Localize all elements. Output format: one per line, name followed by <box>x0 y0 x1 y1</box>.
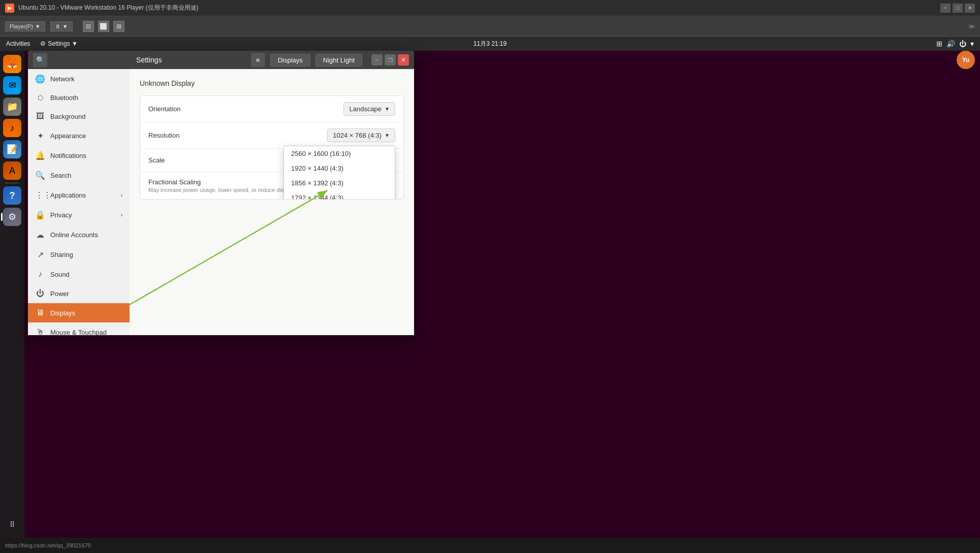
player-dropdown-arrow: ▼ <box>35 23 41 29</box>
sidebar-item-displays[interactable]: 🖥 Displays <box>28 303 130 322</box>
resolution-dropdown-arrow: ▼ <box>385 133 390 138</box>
display-section-orientation: Orientation Landscape ▼ Resolution <box>140 95 404 200</box>
resolution-row: Resolution 1024 × 768 (4:3) ▼ 2560 × 160… <box>140 122 403 149</box>
settings-main: Unknown Display Orientation Landscape ▼ <box>130 69 414 335</box>
win-close-btn[interactable]: ✕ <box>398 54 409 66</box>
vmware-toolbar-right: ≫ <box>968 23 975 30</box>
dock-apps-grid[interactable]: ⠿ <box>3 515 21 534</box>
mouse-icon: 🖱 <box>35 328 45 335</box>
vmware-title: Ubuntu 20.10 - VMware Workstation 16 Pla… <box>18 4 199 12</box>
sidebar-item-privacy[interactable]: 🔒 Privacy › <box>28 205 130 225</box>
volume-sys-icon[interactable]: 🔊 <box>946 40 955 48</box>
sidebar-item-appearance[interactable]: ✦ Appearance <box>28 126 130 146</box>
player-menu-btn[interactable]: Player(P) ▼ <box>5 21 45 31</box>
dock-files[interactable]: 📁 <box>3 97 21 116</box>
statusbar-url: https://blog.csdn.net/qq_39021670 <box>5 542 91 548</box>
vmware-titlebar: ▶ Ubuntu 20.10 - VMware Workstation 16 P… <box>0 0 980 16</box>
vmware-minimize-btn[interactable]: ─ <box>940 4 951 13</box>
pause-btn[interactable]: ⏸ ▼ <box>50 21 73 31</box>
tab-nightlight[interactable]: Night Light <box>315 54 362 67</box>
avatar-circle: Yu <box>957 51 975 69</box>
power-icon: ⏻ <box>35 289 45 298</box>
online-accounts-icon: ☁ <box>35 230 45 240</box>
orientation-value: Landscape ▼ <box>343 102 395 116</box>
settings-search-btn[interactable]: 🔍 <box>33 53 47 67</box>
settings-body: 🌐 Network ⬡ Bluetooth 🖼 Background ✦ App… <box>28 69 414 335</box>
vmware-close-btn[interactable]: ✕ <box>965 4 975 13</box>
sidebar-label-sound: Sound <box>50 271 70 278</box>
settings-titlebar: 🔍 Settings ≡ Displays Night Light ─ ❐ ✕ <box>28 51 414 69</box>
sidebar-label-appearance: Appearance <box>50 132 86 140</box>
vm-icon-3[interactable]: ⊞ <box>113 21 124 32</box>
ubuntu-content: 🦊 ✉ 📁 ♪ 📝 A ? ⚙ ⠿ 🔍 Settings ≡ Displays … <box>0 51 980 538</box>
sidebar-item-background[interactable]: 🖼 Background <box>28 107 130 126</box>
settings-menu-btn[interactable]: ≡ <box>251 53 265 67</box>
dock-appstore[interactable]: A <box>3 161 21 180</box>
orientation-dropdown[interactable]: Landscape ▼ <box>343 102 395 116</box>
dock-rhythmbox[interactable]: ♪ <box>3 119 21 137</box>
dock-firefox[interactable]: 🦊 <box>3 55 21 73</box>
sidebar-label-sharing: Sharing <box>50 251 73 258</box>
win-maximize-btn[interactable]: ❐ <box>385 54 396 66</box>
ubuntu-activities[interactable]: Activities <box>6 40 30 47</box>
sidebar-item-sharing[interactable]: ↗ Sharing <box>28 245 130 265</box>
displays-icon: 🖥 <box>35 308 45 317</box>
vmware-toolbar-icons: ⊟ ⬜ ⊞ <box>83 21 124 32</box>
sidebar-item-search[interactable]: 🔍 Search <box>28 166 130 185</box>
sidebar-label-displays: Displays <box>50 309 75 317</box>
sys-menu-arrow[interactable]: ▾ <box>970 40 974 48</box>
resolution-dropdown-menu[interactable]: 2560 × 1600 (16:10) 1920 × 1440 (4:3) 18… <box>283 146 395 200</box>
vmware-maximize-btn[interactable]: □ <box>953 4 963 13</box>
vmware-logo: ▶ <box>5 4 14 13</box>
pause-arrow: ▼ <box>62 23 68 29</box>
settings-gear-icon: ⚙ <box>40 40 46 47</box>
sidebar-item-bluetooth[interactable]: ⬡ Bluetooth <box>28 89 130 107</box>
sound-icon: ♪ <box>35 270 45 279</box>
dock-writer[interactable]: 📝 <box>3 140 21 158</box>
resolution-option-3[interactable]: 1792 × 1344 (4:3) <box>284 190 395 200</box>
ubuntu-topbar: Activities ⚙ Settings ▼ 11月3 21:19 ⊞ 🔊 ⏻… <box>0 37 980 51</box>
resolution-dropdown-btn[interactable]: 1024 × 768 (4:3) ▼ <box>327 128 395 142</box>
sidebar-item-notifications[interactable]: 🔔 Notifications <box>28 146 130 166</box>
sidebar-item-sound[interactable]: ♪ Sound <box>28 265 130 284</box>
tab-displays[interactable]: Displays <box>270 54 310 67</box>
vmware-toolbar: Player(P) ▼ ⏸ ▼ ⊟ ⬜ ⊞ ≫ <box>0 16 980 37</box>
settings-title: Settings <box>52 56 246 64</box>
dock-thunderbird[interactable]: ✉ <box>3 76 21 94</box>
sidebar-label-power: Power <box>50 290 69 298</box>
sidebar-item-applications[interactable]: ⋮⋮ Applications › <box>28 185 130 205</box>
vm-icon-1[interactable]: ⊟ <box>83 21 94 32</box>
vmware-statusbar: https://blog.csdn.net/qq_39021670 <box>0 538 980 553</box>
sidebar-item-mouse-touchpad[interactable]: 🖱 Mouse & Touchpad <box>28 322 130 335</box>
win-minimize-btn[interactable]: ─ <box>371 54 383 66</box>
resolution-option-1[interactable]: 1920 × 1440 (4:3) <box>284 161 395 176</box>
sidebar-item-power[interactable]: ⏻ Power <box>28 284 130 303</box>
resolution-selected: 1024 × 768 (4:3) <box>333 132 382 139</box>
sidebar-label-notifications: Notifications <box>50 152 86 159</box>
sidebar-label-network: Network <box>50 75 75 83</box>
resolution-value: 1024 × 768 (4:3) ▼ <box>327 128 395 142</box>
ubuntu-settings-menu[interactable]: ⚙ Settings ▼ <box>40 40 78 47</box>
sharing-icon: ↗ <box>35 250 45 259</box>
power-sys-icon[interactable]: ⏻ <box>959 40 966 48</box>
appearance-icon: ✦ <box>35 131 45 141</box>
ubuntu-clock: 11月3 21:19 <box>473 40 507 48</box>
dock-help[interactable]: ? <box>3 186 21 205</box>
background-icon: 🖼 <box>35 112 45 121</box>
network-sys-icon[interactable]: ⊞ <box>936 40 942 48</box>
settings-window-controls: ─ ❐ ✕ <box>371 54 409 66</box>
applications-icon: ⋮⋮ <box>35 190 45 200</box>
resolution-option-0[interactable]: 2560 × 1600 (16:10) <box>284 146 395 161</box>
sidebar-item-network[interactable]: 🌐 Network <box>28 69 130 89</box>
settings-window: 🔍 Settings ≡ Displays Night Light ─ ❐ ✕ … <box>28 51 414 335</box>
ubuntu-dock: 🦊 ✉ 📁 ♪ 📝 A ? ⚙ ⠿ <box>0 51 24 538</box>
resolution-option-2[interactable]: 1856 × 1392 (4:3) <box>284 176 395 190</box>
applications-arrow-icon: › <box>121 192 122 198</box>
pause-icon: ⏸ <box>55 23 60 29</box>
dock-settings[interactable]: ⚙ <box>3 208 21 226</box>
sidebar-label-background: Background <box>50 113 85 120</box>
orientation-label: Orientation <box>148 105 343 113</box>
vm-icon-2[interactable]: ⬜ <box>98 21 109 32</box>
sidebar-item-online-accounts[interactable]: ☁ Online Accounts <box>28 225 130 245</box>
sidebar-label-privacy: Privacy <box>50 211 72 219</box>
